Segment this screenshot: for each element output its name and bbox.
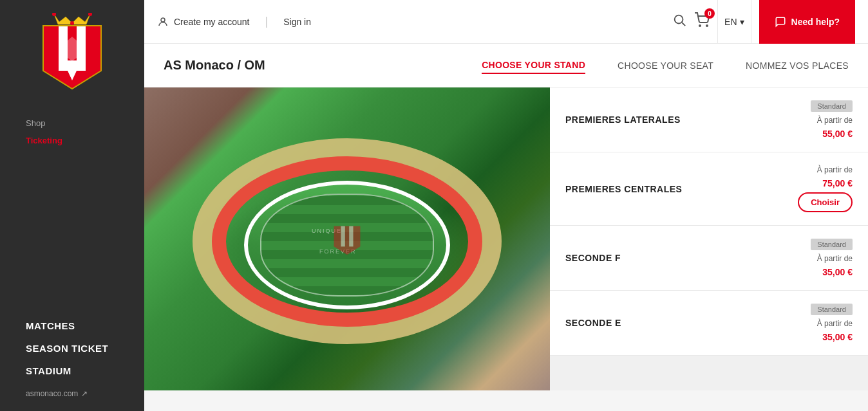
step-choose-stand[interactable]: CHOOSE YOUR STAND — [482, 57, 585, 74]
sidebar-item-matches[interactable]: MATCHES — [26, 320, 144, 331]
stadium-visual: UNIQUE FOREVER — [144, 87, 550, 390]
price-label-premieres-laterales: À partir de — [817, 116, 853, 125]
need-help-button[interactable]: Need help? — [759, 0, 855, 44]
svg-rect-8 — [86, 26, 101, 60]
logo-container — [0, 0, 144, 109]
language-selector[interactable]: EN ▾ — [717, 0, 751, 44]
steps-nav: CHOOSE YOUR STAND CHOOSE YOUR SEAT NOMME… — [482, 57, 849, 74]
sidebar-nav: MATCHES SEASON TICKET STADIUM — [0, 301, 144, 376]
price-label-seconde-e: À partir de — [817, 319, 853, 328]
header-left: Create my account | Sign in — [157, 15, 672, 28]
price-seconde-e: 35,00 € — [822, 332, 853, 342]
sidebar-item-ticketing[interactable]: Ticketing — [26, 133, 144, 148]
seat-name-premieres-laterales: PREMIERES LATERALES — [565, 114, 681, 125]
seat-row-seconde-e[interactable]: SECONDE E Standard À partir de 35,00 € — [550, 291, 868, 356]
lang-text: EN — [724, 17, 737, 27]
content-area: UNIQUE FOREVER PREMIERES LATERALES Stand… — [144, 87, 868, 411]
svg-point-13 — [706, 25, 708, 26]
sidebar-footer-link[interactable]: asmonaco.com ↗ — [0, 376, 144, 411]
seat-name-seconde-e: SECONDE E — [565, 318, 621, 328]
logo-svg — [37, 13, 108, 96]
main-area: Create my account | Sign in 0 EN ▾ — [144, 0, 868, 411]
seat-right-seconde-f: Standard À partir de 35,00 € — [762, 239, 853, 277]
step-nommez-places[interactable]: NOMMEZ VOS PLACES — [746, 58, 849, 73]
stadium-map: UNIQUE FOREVER — [144, 87, 550, 390]
svg-point-1 — [52, 13, 56, 16]
search-icon — [672, 13, 686, 27]
footer-link-text: asmonaco.com — [26, 389, 78, 398]
sidebar-links: Shop Ticketing — [0, 109, 144, 301]
cart-button[interactable]: 0 — [694, 12, 710, 31]
svg-point-3 — [88, 13, 92, 16]
person-icon — [157, 16, 169, 28]
steps-header: AS Monaco / OM CHOOSE YOUR STAND CHOOSE … — [144, 44, 868, 87]
svg-rect-14 — [341, 226, 344, 246]
footer-external-icon: ↗ — [81, 389, 88, 398]
seats-panel: PREMIERES LATERALES Standard À partir de… — [550, 87, 868, 390]
sidebar-item-stadium[interactable]: STADIUM — [26, 365, 144, 376]
svg-rect-15 — [349, 226, 353, 246]
step-choose-seat[interactable]: CHOOSE YOUR SEAT — [618, 58, 713, 73]
header-divider: | — [260, 15, 274, 28]
sidebar-item-shop[interactable]: Shop — [26, 116, 144, 131]
seat-right-premieres-laterales: Standard À partir de 55,00 € — [762, 100, 853, 139]
svg-point-9 — [161, 18, 165, 22]
header-right: 0 EN ▾ Need help? — [672, 0, 855, 44]
sign-in-link[interactable]: Sign in — [283, 17, 311, 27]
search-button[interactable] — [672, 13, 686, 30]
need-help-text: Need help? — [791, 17, 840, 27]
chat-icon — [775, 16, 786, 28]
create-account-link[interactable]: Create my account — [157, 16, 250, 28]
seat-row-premieres-centrales[interactable]: PREMIERES CENTRALES À partir de 75,00 € … — [550, 152, 868, 226]
svg-point-2 — [70, 21, 74, 25]
seat-right-seconde-e: Standard À partir de 35,00 € — [762, 304, 853, 342]
seat-right-premieres-centrales: À partir de 75,00 € Choisir — [762, 165, 853, 212]
seat-row-premieres-laterales[interactable]: PREMIERES LATERALES Standard À partir de… — [550, 87, 868, 152]
top-header: Create my account | Sign in 0 EN ▾ — [144, 0, 868, 44]
cart-badge: 0 — [704, 8, 715, 19]
price-premieres-centrales: 75,00 € — [822, 178, 853, 188]
chevron-down-icon: ▾ — [740, 17, 744, 27]
choisir-button-premieres-centrales[interactable]: Choisir — [798, 192, 853, 212]
create-account-text: Create my account — [174, 17, 250, 27]
center-logo — [331, 220, 363, 259]
price-label-premieres-centrales: À partir de — [817, 165, 853, 174]
svg-point-10 — [675, 15, 683, 24]
sidebar-item-season-ticket[interactable]: SEASON TICKET — [26, 343, 144, 354]
seat-badge-seconde-f: Standard — [811, 239, 853, 250]
match-title: AS Monaco / OM — [164, 58, 482, 73]
price-label-seconde-f: À partir de — [817, 254, 853, 263]
price-premieres-laterales: 55,00 € — [822, 129, 853, 139]
price-seconde-f: 35,00 € — [822, 267, 853, 277]
seat-badge-seconde-e: Standard — [811, 304, 853, 315]
sidebar: Shop Ticketing MATCHES SEASON TICKET STA… — [0, 0, 144, 411]
seat-row-seconde-f[interactable]: SECONDE F Standard À partir de 35,00 € — [550, 226, 868, 291]
svg-point-12 — [699, 25, 701, 26]
seat-name-seconde-f: SECONDE F — [565, 253, 621, 263]
svg-line-11 — [682, 23, 685, 26]
seat-badge-premieres-laterales: Standard — [811, 100, 853, 112]
seat-name-premieres-centrales: PREMIERES CENTRALES — [565, 184, 682, 194]
